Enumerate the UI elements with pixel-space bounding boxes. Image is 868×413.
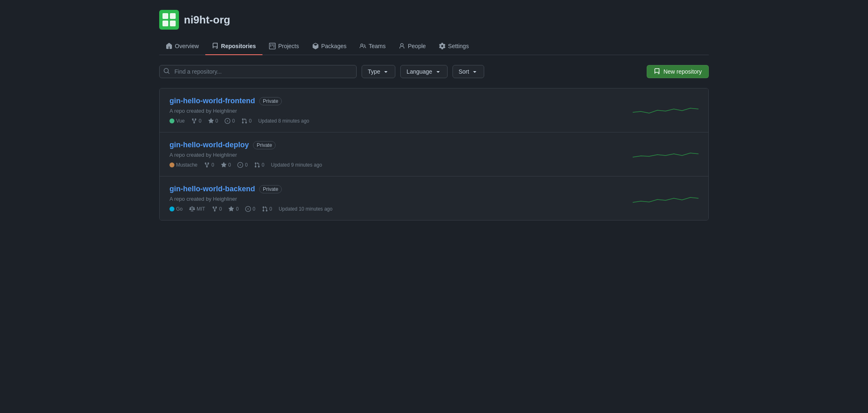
language-item: Vue (169, 118, 185, 124)
license-item: MIT (189, 206, 205, 212)
nav-label-projects: Projects (278, 43, 299, 49)
repo-graph (633, 148, 699, 160)
nav-item-overview[interactable]: Overview (159, 38, 205, 55)
chevron-down-icon (471, 68, 478, 75)
language-dropdown[interactable]: Language (400, 65, 447, 78)
person-icon (399, 43, 405, 49)
repo-name[interactable]: gin-hello-world-backend (169, 185, 255, 193)
org-name: ni9ht-org (184, 14, 230, 26)
pr-icon (241, 118, 247, 124)
issue-icon (245, 206, 251, 212)
star-icon (221, 162, 227, 168)
issues-item: 0 (245, 206, 255, 212)
repo-title-row: gin-hello-world-deploy Private (169, 141, 699, 149)
forks-item: 0 (191, 118, 202, 124)
language-name: Vue (176, 118, 185, 124)
prs-count: 0 (269, 206, 272, 212)
updated-time: Updated 10 minutes ago (279, 206, 332, 212)
svg-rect-2 (162, 21, 168, 26)
issues-count: 0 (245, 162, 248, 168)
nav-label-packages: Packages (321, 43, 346, 49)
language-item: Mustache (169, 162, 197, 168)
table-row: gin-hello-world-frontend Private A repo … (160, 88, 708, 132)
stars-count: 0 (216, 118, 218, 124)
home-icon (166, 43, 172, 49)
nav-bar: Overview Repositories Projects Packages … (159, 38, 709, 55)
repo-graph (633, 104, 699, 116)
nav-item-teams[interactable]: Teams (353, 38, 392, 55)
stars-count: 0 (236, 206, 239, 212)
visibility-badge: Private (259, 185, 282, 193)
new-repo-button[interactable]: New repository (647, 65, 709, 78)
language-label: Language (406, 68, 432, 75)
chevron-down-icon (383, 68, 389, 75)
issue-icon (225, 118, 230, 124)
stars-count: 0 (228, 162, 231, 168)
org-header: ni9ht-org (159, 10, 709, 30)
language-item: Go (169, 206, 183, 212)
updated-time: Updated 9 minutes ago (271, 162, 322, 168)
fork-icon (212, 206, 218, 212)
sort-label: Sort (459, 68, 469, 75)
nav-item-repositories[interactable]: Repositories (205, 38, 262, 55)
new-repo-label: New repository (664, 68, 702, 75)
nav-item-settings[interactable]: Settings (432, 38, 476, 55)
type-label: Type (368, 68, 380, 75)
repo-graph (633, 192, 699, 204)
gear-icon (439, 43, 446, 49)
toolbar: Type Language Sort New repository (159, 65, 709, 78)
repo-name[interactable]: gin-hello-world-deploy (169, 141, 249, 149)
issues-count: 0 (232, 118, 235, 124)
language-name: Mustache (176, 162, 197, 168)
nav-item-projects[interactable]: Projects (262, 38, 306, 55)
forks-item: 0 (212, 206, 222, 212)
sort-dropdown[interactable]: Sort (453, 65, 485, 78)
updated-time: Updated 8 minutes ago (258, 118, 309, 124)
language-dot (169, 206, 174, 211)
stars-item: 0 (228, 206, 239, 212)
repos-list: gin-hello-world-frontend Private A repo … (159, 88, 709, 220)
repo-meta: Go MIT 0 (169, 206, 699, 212)
chevron-down-icon (435, 68, 441, 75)
license-label: MIT (197, 206, 205, 212)
type-dropdown[interactable]: Type (362, 65, 395, 78)
package-icon (312, 43, 319, 49)
law-icon (189, 206, 195, 212)
nav-label-overview: Overview (175, 43, 199, 49)
forks-count: 0 (211, 162, 214, 168)
language-name: Go (176, 206, 183, 212)
forks-count: 0 (199, 118, 202, 124)
fork-icon (191, 118, 197, 124)
pr-icon (262, 206, 268, 212)
language-dot (169, 162, 174, 167)
table-row: gin-hello-world-deploy Private A repo cr… (160, 132, 708, 176)
repo-main: gin-hello-world-backend Private A repo c… (169, 185, 699, 212)
repo-description: A repo created by Heighliner (169, 196, 699, 202)
pr-icon (254, 162, 260, 168)
repo-create-icon (654, 68, 660, 75)
nav-item-packages[interactable]: Packages (306, 38, 353, 55)
search-box (159, 65, 357, 78)
search-icon (163, 68, 170, 76)
star-icon (228, 206, 234, 212)
repo-description: A repo created by Heighliner (169, 108, 699, 114)
repo-icon (212, 43, 218, 49)
issue-icon (237, 162, 243, 168)
stars-item: 0 (208, 118, 218, 124)
issues-item: 0 (237, 162, 248, 168)
nav-item-people[interactable]: People (392, 38, 432, 55)
star-icon (208, 118, 214, 124)
repo-name[interactable]: gin-hello-world-frontend (169, 97, 255, 105)
search-input[interactable] (159, 65, 357, 78)
repo-meta: Mustache 0 0 (169, 162, 699, 168)
fork-icon (204, 162, 210, 168)
repo-meta: Vue 0 0 (169, 118, 699, 124)
repo-title-row: gin-hello-world-backend Private (169, 185, 699, 193)
prs-count: 0 (262, 162, 265, 168)
prs-item: 0 (254, 162, 265, 168)
prs-item: 0 (241, 118, 252, 124)
nav-label-people: People (408, 43, 426, 49)
visibility-badge: Private (253, 141, 276, 149)
svg-rect-0 (162, 13, 168, 19)
prs-item: 0 (262, 206, 272, 212)
